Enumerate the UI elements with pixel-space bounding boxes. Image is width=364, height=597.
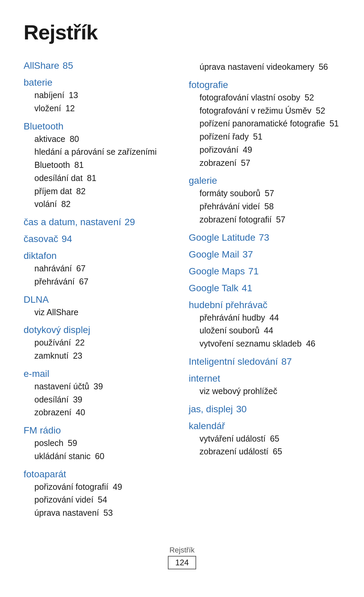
index-section: DLNAviz AllShare	[24, 294, 175, 319]
index-subitem-page: 49	[240, 145, 252, 154]
index-heading-page: 85	[63, 60, 73, 71]
index-heading: fotoaparát	[24, 469, 175, 480]
index-subitem-page: 46	[304, 339, 315, 348]
index-subitem: volání 82	[24, 198, 175, 211]
index-heading: časovač94	[24, 234, 175, 244]
index-subitem-page: 65	[270, 447, 282, 456]
index-subitem-page: 40	[73, 408, 85, 417]
index-subitem: fotografování v režimu Úsměv 52	[189, 104, 340, 117]
index-heading-page: 29	[125, 217, 135, 227]
index-section: e-mailnastavení účtů 39odesílání 39zobra…	[24, 368, 175, 419]
index-heading: Bluetooth	[24, 121, 175, 132]
index-section: časovač94	[24, 234, 175, 244]
index-subitem-page: 54	[95, 495, 107, 504]
index-subitem: vytvoření seznamu skladeb 46	[189, 337, 340, 350]
index-subitem-page: 58	[262, 202, 274, 211]
index-section: AllShare85	[24, 60, 175, 71]
index-heading: Google Mail37	[189, 249, 340, 260]
index-subitem: používání 22	[24, 336, 175, 349]
index-subitem: příjem dat 82	[24, 185, 175, 198]
index-section: jas, displej30	[189, 404, 340, 415]
index-subitem-page: 59	[65, 438, 77, 448]
index-heading: AllShare85	[24, 60, 175, 71]
index-heading: baterie	[24, 77, 175, 88]
index-heading: e-mail	[24, 368, 175, 379]
index-subitem-page: 82	[59, 199, 71, 209]
index-subitem: zobrazení fotografií 57	[189, 213, 340, 226]
index-subitem-page: 65	[268, 434, 279, 443]
index-subitem-page: 53	[101, 508, 113, 517]
index-subitem: přehrávání 67	[24, 275, 175, 288]
index-subitem-page: 56	[316, 62, 328, 71]
index-section: fotoaparátpořizování fotografií 49pořizo…	[24, 469, 175, 519]
index-section: FM rádioposlech 59ukládání stanic 60	[24, 425, 175, 463]
index-subitem: pořízení panoramatické fotografie 51	[189, 117, 340, 130]
index-subitem-page: 13	[66, 90, 78, 100]
footer: Rejstřík 124	[24, 546, 340, 569]
index-subitem: nabíjení 13	[24, 89, 175, 102]
index-heading-page: 94	[62, 234, 72, 244]
index-subitem-page: 81	[85, 173, 96, 183]
index-section: Google Talk41	[189, 283, 340, 294]
index-subitem: viz AllShare	[24, 306, 175, 319]
index-heading: kalendář	[189, 421, 340, 431]
index-subitem-page: 57	[239, 158, 250, 168]
index-section: dotykový displejpoužívání 22zamknutí 23	[24, 325, 175, 362]
index-section: Bluetoothaktivace 80hledání a párování s…	[24, 121, 175, 211]
index-subitem-page: 67	[74, 264, 86, 273]
index-subitem-page: 82	[74, 186, 86, 196]
index-subitem-page: 80	[67, 134, 79, 144]
index-subitem: hledání a párování se zařízeními Bluetoo…	[24, 145, 175, 172]
index-subitem: uložení souborů 44	[189, 324, 340, 337]
index-heading-page: 41	[242, 283, 252, 293]
index-subitem-page: 12	[63, 103, 75, 113]
index-heading: diktafon	[24, 250, 175, 261]
index-subitem: nastavení účtů 39	[24, 380, 175, 393]
index-subitem: zobrazení 57	[189, 156, 340, 170]
index-subitem: pořízení řady 51	[189, 130, 340, 143]
index-section: úprava nastavení videokamery 56	[189, 60, 340, 73]
index-section: Google Latitude73	[189, 232, 340, 243]
index-heading-page: 73	[259, 232, 269, 243]
index-subitem: fotografování vlastní osoby 52	[189, 91, 340, 104]
index-subitem-page: 44	[262, 326, 273, 335]
footer-label: Rejstřík	[24, 546, 340, 555]
index-subitem: zobrazení událostí 65	[189, 445, 340, 458]
index-subitem-page: 22	[73, 338, 85, 347]
index-subitem: formáty souborů 57	[189, 187, 340, 200]
index-subitem-page: 52	[302, 93, 314, 102]
index-heading: Google Latitude73	[189, 232, 340, 243]
index-subitem: ukládání stanic 60	[24, 450, 175, 463]
index-subitem-page: 60	[93, 451, 104, 461]
index-subitem: vložení 12	[24, 102, 175, 115]
index-heading-page: 87	[281, 356, 292, 367]
index-heading: hudební přehrávač	[189, 300, 340, 310]
index-heading: Google Talk41	[189, 283, 340, 294]
index-heading: galerie	[189, 175, 340, 186]
index-subitem: odesílání dat 81	[24, 172, 175, 185]
index-heading: DLNA	[24, 294, 175, 305]
right-column: úprava nastavení videokamery 56fotografi…	[189, 60, 340, 464]
index-columns: AllShare85baterienabíjení 13vložení 12Bl…	[24, 60, 340, 526]
index-section: fotografiefotografování vlastní osoby 52…	[189, 80, 340, 170]
index-subitem-page: 39	[91, 382, 103, 391]
index-subitem-page: 49	[111, 482, 122, 491]
index-subitem: viz webový prohlížeč	[189, 385, 340, 398]
index-section: internetviz webový prohlížeč	[189, 373, 340, 398]
index-subitem: přehrávání hudby 44	[189, 311, 340, 324]
index-section: diktafonnahrávání 67přehrávání 67	[24, 250, 175, 288]
index-subitem: úprava nastavení 53	[24, 506, 175, 519]
index-subitem: pořizování fotografií 49	[24, 480, 175, 494]
index-section: čas a datum, nastavení29	[24, 217, 175, 228]
index-subitem: odesílání 39	[24, 393, 175, 406]
page-title: Rejstřík	[24, 20, 340, 44]
index-subitem-page: 51	[251, 132, 263, 141]
index-subitem: pořizování videí 54	[24, 493, 175, 506]
index-heading: jas, displej30	[189, 404, 340, 415]
index-subitem-page: 23	[70, 351, 82, 360]
index-heading-page: 30	[236, 404, 247, 414]
index-heading: fotografie	[189, 80, 340, 90]
index-subitem: přehrávání videí 58	[189, 200, 340, 213]
index-heading: čas a datum, nastavení29	[24, 217, 175, 228]
index-section: galerieformáty souborů 57přehrávání vide…	[189, 175, 340, 226]
